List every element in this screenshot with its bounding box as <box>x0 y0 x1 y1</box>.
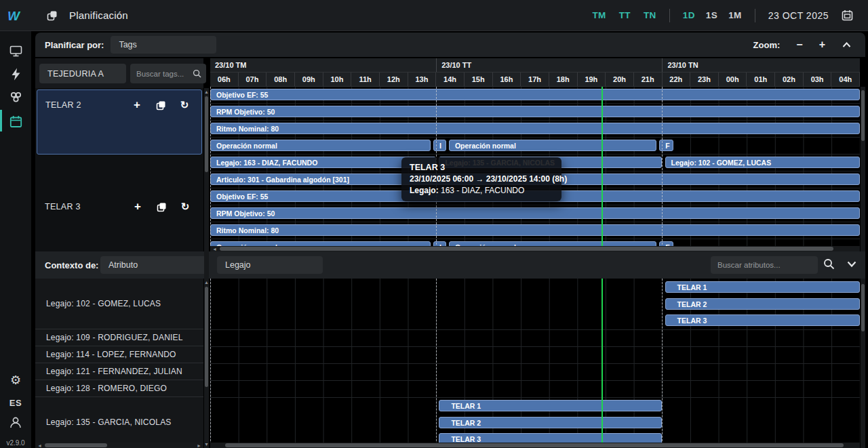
gantt-bar[interactable]: Objetivo EF: 55 <box>210 89 860 100</box>
hour-header: 06h07h08h09h10h11h12h13h14h15h16h17h18h1… <box>210 73 860 87</box>
add-task-button[interactable]: + <box>132 201 144 213</box>
expand-panel-button[interactable] <box>846 260 857 268</box>
hour-cell: 11h <box>351 73 380 86</box>
w-logo-icon: W <box>7 8 24 23</box>
add-task-button[interactable]: + <box>131 99 143 111</box>
gantt-bar[interactable]: TELAR 1 <box>665 281 860 293</box>
gantt-bar[interactable]: Legajo: 102 - GOMEZ, LUCAS <box>665 157 860 168</box>
range-button-1s[interactable]: 1S <box>706 10 717 20</box>
pages-icon[interactable] <box>46 9 58 22</box>
zoom-controls: Zoom: − + <box>753 39 852 50</box>
range-button-1d[interactable]: 1D <box>683 10 695 20</box>
app-logo[interactable]: W <box>0 8 31 23</box>
scroll-up-arrow[interactable]: ▲ <box>204 89 209 94</box>
planner-mode-select[interactable]: Tags <box>111 36 216 54</box>
list-item[interactable]: Legajo: 135 - GARCIA, NICOLAS <box>35 397 203 448</box>
list-item[interactable]: Legajo: 109 - RODRIGUEZ, DANIEL <box>35 329 203 346</box>
scrollbar-thumb[interactable] <box>861 90 865 141</box>
sidebar-item-cluster[interactable] <box>0 87 31 107</box>
zoom-out-button[interactable]: − <box>796 39 802 50</box>
duplicate-icon[interactable] <box>155 99 167 111</box>
list-item[interactable]: Legajo: 114 - LOPEZ, FERNANDO <box>35 346 203 363</box>
gantt-bar[interactable]: TELAR 2 <box>665 298 860 310</box>
scroll-up-arrow[interactable]: ▲ <box>204 280 209 285</box>
divider <box>755 9 755 22</box>
shift-button-tt[interactable]: TT <box>619 10 631 20</box>
gantt-bar[interactable]: TELAR 2 <box>439 417 662 428</box>
scroll-right-arrow[interactable]: ► <box>197 443 201 448</box>
gantt-bar[interactable]: Ritmo Nominal: 80 <box>210 123 860 134</box>
hour-cell: 00h <box>719 73 747 86</box>
shift-button-tm[interactable]: TM <box>592 10 606 20</box>
gantt-bar[interactable]: I <box>433 140 446 151</box>
attribute-search-button[interactable] <box>823 258 835 270</box>
tag-search-placeholder: Buscar tags... <box>136 70 184 78</box>
cluster-icon <box>9 91 22 103</box>
shift-segment: 23/10 TT <box>436 58 662 72</box>
scrollbar-thumb[interactable] <box>861 284 865 331</box>
current-time-line <box>601 279 603 448</box>
attribute-search-placeholder: Buscar atributos... <box>717 261 781 269</box>
hour-cell: 14h <box>436 73 465 86</box>
gantt-bar[interactable]: TELAR 3 <box>665 314 860 326</box>
gantt-bar[interactable]: Ritmo Nominal: 80 <box>210 224 860 236</box>
sidebar-item-planning[interactable] <box>0 111 31 131</box>
resource-box[interactable]: TELAR 3+↻ <box>37 157 202 256</box>
gantt-bar[interactable]: F <box>659 140 673 151</box>
monitor-icon <box>9 45 22 57</box>
list-item[interactable]: Legajo: 128 - ROMERO, DIEGO <box>35 380 203 397</box>
shift-boundary-line <box>662 87 663 251</box>
hour-cell: 07h <box>239 73 267 86</box>
gantt-row: Ritmo Nominal: 80 <box>210 121 860 138</box>
resource-box[interactable]: TELAR 2+↻ <box>37 89 202 155</box>
list-item[interactable]: Legajo: 121 - FERNANDEZ, JULIAN <box>35 363 203 380</box>
language-selector[interactable]: ES <box>0 392 31 413</box>
tag-search-input[interactable]: Buscar tags... <box>130 64 206 83</box>
scrollbar-thumb[interactable] <box>205 96 208 172</box>
current-time-line <box>601 87 603 251</box>
chevron-up-icon <box>842 41 852 49</box>
hour-cell: 18h <box>549 73 578 86</box>
divider <box>669 9 670 22</box>
app-window: W Planificación TMTTTN 1D1S1M 23 OCT 202… <box>0 0 868 448</box>
duplicate-icon[interactable] <box>155 201 167 213</box>
collapse-panel-button[interactable] <box>842 41 852 49</box>
scrollbar-thumb[interactable] <box>225 443 844 447</box>
planner-toolbar: Planificar por: Tags Zoom: − + <box>35 33 865 57</box>
refresh-button[interactable]: ↻ <box>179 201 191 213</box>
list-item[interactable]: Legajo: 102 - GOMEZ, LUCAS <box>35 279 203 329</box>
range-button-1m[interactable]: 1M <box>728 10 742 20</box>
hour-cell: 04h <box>831 73 860 86</box>
gantt-bar[interactable]: RPM Objetivo: 50 <box>210 106 860 117</box>
hour-cell: 16h <box>493 73 521 86</box>
resource-name: TELAR 3 <box>45 202 81 211</box>
calendar-icon <box>9 115 22 128</box>
group-filter-button[interactable]: TEJEDURIA A <box>39 64 126 83</box>
scrollbar-thumb[interactable] <box>45 443 107 447</box>
shift-segment: 23/10 TM <box>210 58 436 72</box>
gantt-bar[interactable]: RPM Objetivo: 50 <box>210 207 860 219</box>
context-attribute-select[interactable]: Atributo <box>100 256 208 274</box>
resource-header: TEJEDURIA A Buscar tags... <box>35 58 203 88</box>
row-separator <box>210 329 860 330</box>
attribute-search-input[interactable]: Buscar atributos... <box>711 256 818 274</box>
gantt-bar[interactable]: Operación normal <box>449 140 656 151</box>
calendar-icon[interactable] <box>842 9 853 21</box>
hour-cell: 03h <box>804 73 832 86</box>
shift-header: 23/10 TM23/10 TT23/10 TN <box>210 58 860 73</box>
sidebar-item-monitor[interactable] <box>0 41 31 61</box>
scrollbar-thumb[interactable] <box>220 247 833 251</box>
sidebar-item-settings[interactable]: ⚙ <box>0 370 31 390</box>
scrollbar-thumb[interactable] <box>205 287 208 387</box>
sidebar-item-profile[interactable] <box>0 412 31 432</box>
gantt-vscrollbar <box>861 87 865 251</box>
refresh-button[interactable]: ↻ <box>178 99 191 111</box>
shift-button-tn[interactable]: TN <box>644 10 656 20</box>
context-entity-select[interactable]: Legajo <box>217 256 323 274</box>
range-buttons: 1D1S1M <box>683 10 742 20</box>
gantt-bar[interactable]: TELAR 1 <box>439 400 662 411</box>
row-separator <box>210 363 860 364</box>
gantt-bar[interactable]: Operación normal <box>210 140 431 151</box>
sidebar-item-energy[interactable] <box>0 64 31 84</box>
zoom-in-button[interactable]: + <box>819 39 825 50</box>
